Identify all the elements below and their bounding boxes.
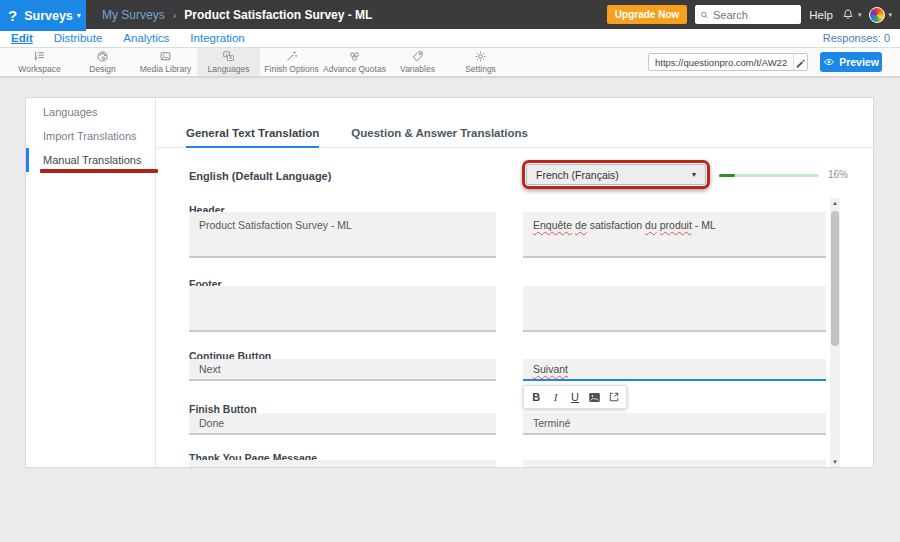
media-library-icon	[159, 50, 172, 63]
scroll-down-arrow-icon[interactable]: ▼	[830, 457, 840, 467]
external-link-icon	[608, 391, 620, 403]
footer-source-textarea[interactable]	[189, 286, 496, 332]
default-language-label: English (Default Language)	[189, 170, 331, 182]
variables-icon	[411, 50, 424, 63]
tool-settings[interactable]: Settings	[449, 48, 512, 76]
tool-languages[interactable]: xA Languages	[197, 48, 260, 76]
breadcrumb: My Surveys › Product Satisfaction Survey…	[102, 0, 372, 29]
target-language-select[interactable]: French (Français) ▾	[526, 164, 706, 185]
content-scrollbar[interactable]: ▲ ▼	[830, 198, 840, 467]
nav-analytics[interactable]: Analytics	[123, 32, 169, 44]
edit-toolbar: Workspace Design Media Library xA Langua…	[0, 48, 900, 78]
eye-icon	[823, 56, 835, 68]
survey-url-box	[648, 53, 808, 71]
chevron-down-icon: ▾	[858, 11, 862, 19]
survey-title: Product Satisfaction Survey - ML	[184, 8, 372, 22]
tool-finish-options[interactable]: Finish Options	[260, 48, 323, 76]
image-icon	[588, 391, 601, 404]
continue-translation-input[interactable]: Suivant	[523, 359, 826, 381]
settings-icon	[474, 50, 487, 63]
header-source-textarea[interactable]: Product Satisfaction Survey - ML	[189, 212, 496, 258]
thank-you-translation-textarea[interactable]	[523, 460, 826, 468]
annotation-highlight-box: French (Français) ▾	[522, 160, 710, 189]
tool-media-library[interactable]: Media Library	[134, 48, 197, 76]
manual-translations-main: General Text Translation Question & Answ…	[157, 98, 873, 467]
primary-nav: Edit Distribute Analytics Integration Re…	[0, 29, 900, 48]
header-translation-textarea[interactable]: Enquête de satisfaction du produit - ML	[523, 212, 826, 258]
tool-variables[interactable]: Variables	[386, 48, 449, 76]
translations-panel: Languages Import Translations Manual Tra…	[25, 97, 874, 468]
footer-translation-textarea[interactable]	[523, 286, 826, 332]
progress-percentage: 16%	[828, 169, 848, 180]
preview-button[interactable]: Preview	[820, 52, 882, 72]
questionpro-logo: ?	[8, 7, 17, 24]
surveys-product-menu[interactable]: ? Surveys ▾	[0, 0, 86, 31]
translation-tabs: General Text Translation Question & Answ…	[157, 121, 873, 148]
search-icon	[700, 10, 709, 20]
sidebar-item-import-translations[interactable]: Import Translations	[26, 124, 155, 148]
advance-quotas-icon	[348, 50, 361, 63]
finish-source-input[interactable]: Done	[189, 413, 496, 435]
survey-url-input[interactable]	[649, 54, 793, 70]
sidebar-item-languages[interactable]: Languages	[26, 100, 155, 124]
italic-button[interactable]: I	[546, 388, 564, 407]
responses-count[interactable]: Responses: 0	[823, 32, 890, 44]
annotation-underline	[40, 169, 158, 173]
tool-workspace[interactable]: Workspace	[8, 48, 71, 76]
chevron-down-icon: ▾	[692, 170, 696, 179]
bell-icon	[841, 8, 855, 22]
avatar	[869, 7, 885, 23]
bold-button[interactable]: B	[527, 388, 545, 407]
translations-sidebar: Languages Import Translations Manual Tra…	[26, 98, 156, 467]
insert-link-button[interactable]	[605, 388, 623, 407]
design-icon	[96, 50, 109, 63]
edit-url-button[interactable]	[793, 54, 807, 70]
help-link[interactable]: Help	[809, 9, 833, 21]
underline-button[interactable]: U	[566, 388, 584, 407]
account-menu[interactable]: ▾	[869, 7, 892, 23]
finish-options-icon	[285, 50, 298, 63]
progress-fill	[719, 174, 735, 177]
search-input[interactable]	[713, 9, 796, 21]
nav-edit[interactable]: Edit	[11, 32, 33, 44]
notifications-menu[interactable]: ▾	[841, 8, 862, 22]
scroll-up-arrow-icon[interactable]: ▲	[830, 198, 840, 208]
format-toolbar: B I U	[523, 385, 627, 409]
tab-general-text-translation[interactable]: General Text Translation	[186, 127, 319, 147]
chevron-down-icon: ▾	[888, 11, 892, 19]
breadcrumb-my-surveys[interactable]: My Surveys	[102, 8, 165, 22]
chevron-down-icon: ▾	[77, 11, 81, 20]
pencil-icon	[795, 57, 806, 68]
search-box[interactable]	[695, 5, 801, 24]
scrollbar-thumb[interactable]	[831, 211, 839, 346]
translation-progress-bar	[719, 174, 819, 177]
tool-design[interactable]: Design	[71, 48, 134, 76]
top-bar: My Surveys › Product Satisfaction Survey…	[0, 0, 900, 29]
tool-advance-quotas[interactable]: Advance Quotas	[323, 48, 386, 76]
workspace-icon	[33, 50, 46, 63]
thank-you-source-textarea[interactable]	[189, 460, 496, 468]
breadcrumb-separator: ›	[173, 9, 177, 21]
continue-source-input[interactable]: Next	[189, 359, 496, 381]
product-name: Surveys	[24, 9, 73, 23]
nav-distribute[interactable]: Distribute	[54, 32, 103, 44]
tab-question-answer-translations[interactable]: Question & Answer Translations	[351, 127, 528, 147]
nav-integration[interactable]: Integration	[190, 32, 244, 44]
upgrade-now-button[interactable]: Upgrade Now	[607, 5, 687, 24]
finish-translation-input[interactable]: Terminé	[523, 413, 826, 435]
languages-icon: xA	[222, 50, 235, 63]
insert-image-button[interactable]	[585, 388, 603, 407]
